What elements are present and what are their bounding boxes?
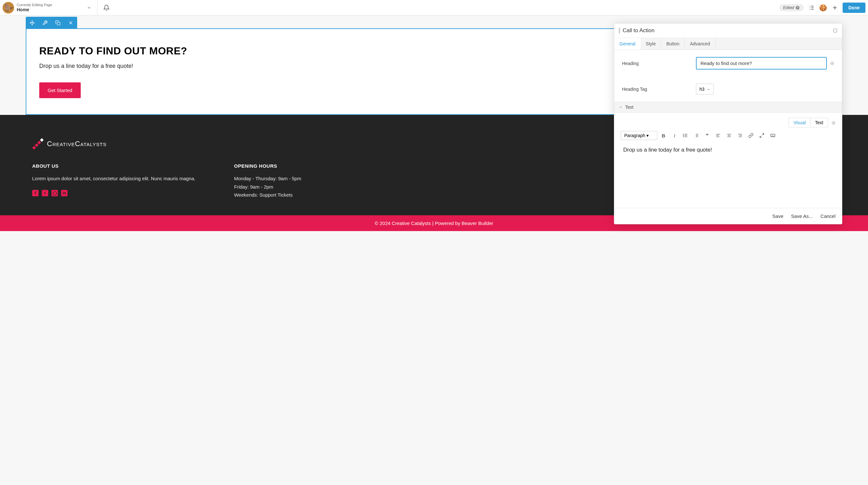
svg-line-34: [763, 134, 764, 135]
social-icons: f t ◯ in: [32, 190, 195, 196]
linkedin-icon[interactable]: in: [61, 190, 67, 196]
beaver-logo-icon[interactable]: 🦫: [3, 2, 14, 13]
link-icon[interactable]: [746, 131, 756, 140]
heading-tag-label: Heading Tag: [622, 87, 696, 92]
top-bar: 🦫 Currently Editing Page Home Edited ? 🍪…: [0, 0, 868, 16]
keyboard-icon[interactable]: [768, 131, 778, 140]
panel-title: Call to Action: [623, 27, 654, 34]
top-bar-right: Edited ? 🍪 Done: [779, 3, 865, 13]
cancel-button[interactable]: Cancel: [820, 213, 836, 219]
hours-line3: Weekends: Support Tickets: [234, 191, 301, 199]
svg-line-35: [760, 136, 762, 137]
svg-rect-12: [57, 22, 60, 25]
fullscreen-icon[interactable]: [757, 131, 767, 140]
editor-tabs: Visual Text ⊕: [614, 113, 842, 129]
tab-advanced[interactable]: Advanced: [685, 38, 715, 50]
expand-icon[interactable]: [833, 28, 837, 33]
heading-tag-field-row: Heading Tag h3: [614, 77, 842, 102]
about-text: Lorem ipsum dolor sit amet, consectetur …: [32, 174, 195, 183]
hours-line2: Friday: 9am - 2pm: [234, 183, 301, 191]
module-toolbar: [26, 17, 77, 29]
wrench-icon[interactable]: [39, 17, 52, 29]
text-section-header[interactable]: Text: [614, 102, 842, 113]
divider: [97, 0, 97, 16]
edited-badge[interactable]: Edited ?: [779, 4, 804, 11]
editing-label: Currently Editing Page: [17, 3, 52, 7]
save-button[interactable]: Save: [773, 213, 783, 219]
hours-heading: Opening Hours: [234, 163, 301, 169]
heading-tag-select[interactable]: h3: [696, 84, 714, 95]
svg-point-20: [683, 135, 684, 136]
plus-icon[interactable]: [832, 4, 838, 11]
chevron-down-icon[interactable]: [87, 5, 91, 10]
heading-input[interactable]: [696, 57, 827, 69]
editor-tab-text[interactable]: Text: [810, 118, 828, 127]
quote-icon[interactable]: ❝: [702, 131, 712, 140]
panel-tabs: General Style Button Advanced: [614, 38, 842, 50]
heading-label: Heading: [622, 61, 696, 66]
heading-field-row: Heading ⊕: [614, 50, 842, 77]
editor-tab-visual[interactable]: Visual: [788, 118, 810, 127]
move-icon[interactable]: [26, 17, 39, 29]
italic-icon[interactable]: I: [670, 131, 679, 140]
align-left-icon[interactable]: [713, 131, 723, 140]
text-editor[interactable]: Drop us a line today for a free quote!: [614, 144, 842, 208]
tab-general[interactable]: General: [614, 38, 641, 50]
svg-point-19: [683, 134, 684, 134]
hours-column: Opening Hours Monday - Thursday: 9am - 5…: [234, 163, 301, 199]
panel-footer: Save Save As... Cancel: [614, 208, 842, 224]
logo-icon: [32, 137, 44, 150]
svg-rect-15: [834, 29, 837, 32]
hours-line1: Monday - Thursday: 9am - 5pm: [234, 174, 301, 183]
done-button[interactable]: Done: [843, 3, 865, 13]
svg-text:?: ?: [797, 6, 799, 9]
page-info[interactable]: Currently Editing Page Home: [17, 3, 52, 12]
bell-icon[interactable]: [103, 4, 110, 11]
outline-icon[interactable]: [808, 4, 815, 11]
editor-toolbar: Paragraph ▾ B I ❝: [614, 129, 842, 144]
copy-icon[interactable]: [52, 17, 64, 29]
text-section-label: Text: [625, 105, 633, 110]
edited-label: Edited: [783, 5, 794, 10]
about-column: About Us Lorem ipsum dolor sit amet, con…: [32, 163, 195, 199]
plus-icon[interactable]: ⊕: [830, 60, 834, 66]
save-as-button[interactable]: Save As...: [791, 213, 813, 219]
about-heading: About Us: [32, 163, 195, 169]
cookie-icon[interactable]: 🍪: [819, 4, 827, 11]
page-name: Home: [17, 7, 52, 12]
align-center-icon[interactable]: [724, 131, 734, 140]
bullet-list-icon[interactable]: [681, 131, 690, 140]
plus-icon[interactable]: ⊕: [831, 120, 836, 126]
instagram-icon[interactable]: ◯: [52, 190, 58, 196]
cta-button[interactable]: Get Started: [39, 82, 81, 98]
tab-style[interactable]: Style: [641, 38, 661, 50]
facebook-icon[interactable]: f: [32, 190, 39, 196]
align-right-icon[interactable]: [735, 131, 745, 140]
close-icon[interactable]: [64, 17, 77, 29]
tab-button[interactable]: Button: [661, 38, 685, 50]
drag-handle-icon[interactable]: [619, 28, 620, 33]
panel-header[interactable]: Call to Action: [614, 24, 842, 38]
twitter-icon[interactable]: t: [42, 190, 48, 196]
brand-name: CreativeCatalysts: [47, 140, 106, 148]
settings-panel: Call to Action General Style Button Adva…: [614, 23, 842, 224]
bold-icon[interactable]: B: [659, 131, 668, 140]
numbered-list-icon[interactable]: [691, 131, 701, 140]
top-bar-left: 🦫 Currently Editing Page Home: [3, 0, 110, 16]
paragraph-select[interactable]: Paragraph ▾: [621, 131, 657, 140]
svg-rect-36: [771, 134, 775, 137]
svg-point-21: [683, 137, 684, 137]
